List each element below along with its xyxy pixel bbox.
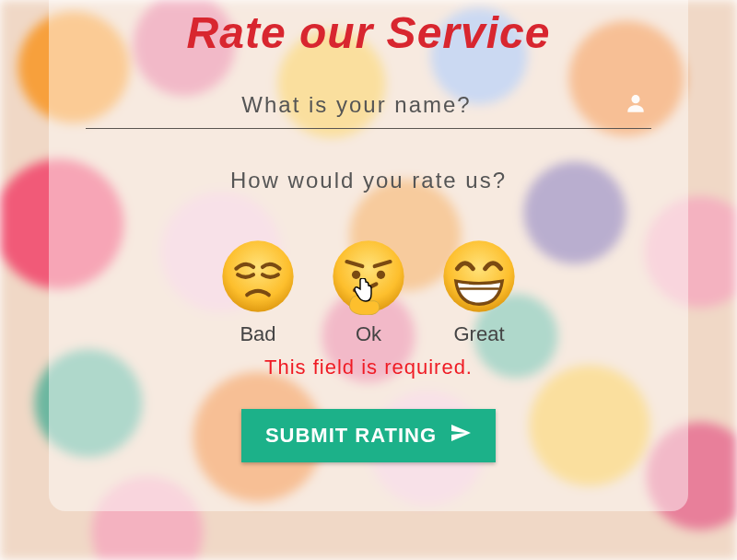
rating-option-great[interactable]: Great [440, 238, 518, 346]
rating-option-bad[interactable]: Bad [219, 238, 297, 346]
rating-option-label: Great [453, 322, 504, 346]
rating-option-label: Bad [240, 322, 275, 346]
rating-options: Bad [219, 238, 518, 346]
paper-plane-icon [450, 422, 472, 449]
svg-point-0 [631, 95, 639, 103]
submit-label: SUBMIT RATING [265, 424, 437, 448]
thinking-face-icon [330, 238, 407, 315]
grinning-face-icon [440, 238, 518, 315]
svg-point-4 [377, 271, 385, 279]
name-field-row [86, 86, 651, 129]
person-icon [624, 91, 648, 119]
validation-error: This field is required. [264, 356, 473, 379]
svg-point-3 [352, 271, 360, 279]
rating-card: Rate our Service How would you rate us? [49, 0, 688, 511]
page-title: Rate our Service [187, 7, 551, 58]
submit-rating-button[interactable]: SUBMIT RATING [241, 409, 496, 462]
rating-option-label: Ok [356, 322, 381, 346]
pensive-face-icon [219, 238, 297, 315]
rating-option-ok[interactable]: Ok [330, 238, 407, 346]
svg-point-1 [222, 240, 293, 311]
name-input[interactable] [89, 92, 624, 118]
rating-question: How would you rate us? [230, 168, 507, 193]
